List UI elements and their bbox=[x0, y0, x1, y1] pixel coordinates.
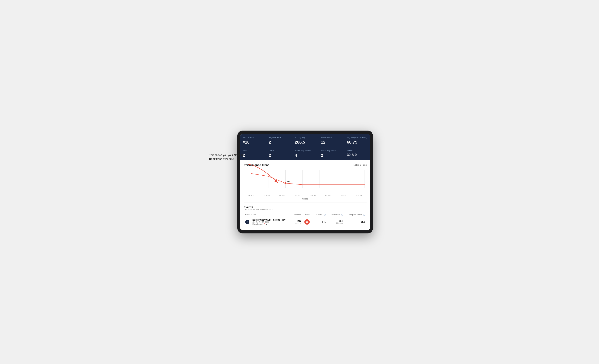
svg-text:#10: #10 bbox=[287, 181, 290, 183]
stat-national-rank: National Rank #10 bbox=[240, 134, 266, 147]
annotation-text: This shows you your National Rank trend … bbox=[209, 153, 247, 161]
x-label-dec23: DEC 23 bbox=[274, 195, 290, 197]
stat-record: Record 32-8-0 bbox=[344, 147, 370, 160]
stat-avg-weighted-points: Avg. Weighted Pointsi 68.75 bbox=[344, 134, 370, 147]
tablet-device: National Rank #10 Regional Rank 2 Scorin… bbox=[237, 131, 373, 233]
event-score-cell: -22 bbox=[302, 217, 312, 227]
content-area: Performance Trend National Rank bbox=[240, 160, 370, 230]
stat-match-play-events: Match Play Events 2 bbox=[318, 147, 344, 160]
x-label-feb24: FEB 24 bbox=[305, 195, 321, 197]
event-position-cell: 6th out of 7 bbox=[291, 217, 302, 227]
score-badge: -22 bbox=[304, 219, 310, 225]
col-event-sg: Event SG i bbox=[312, 213, 327, 217]
event-sg-value: 0.45 bbox=[322, 221, 326, 223]
x-label-jan24: JAN 24 bbox=[290, 195, 305, 197]
event-date: Oct 9 - Oct 10, 2023 bbox=[252, 221, 290, 223]
event-icon-cell: 🏌 bbox=[244, 217, 251, 227]
performance-chart: #10 bbox=[244, 169, 367, 193]
stat-total-rounds: Total Rounds 12 bbox=[318, 134, 344, 147]
stat-stroke-play-events: Stroke Play Events 4 bbox=[292, 147, 318, 160]
x-label-may24: MAY 24 bbox=[351, 195, 367, 197]
col-total-points: Total Points i bbox=[327, 213, 345, 217]
x-label-mar24: MAR 24 bbox=[321, 195, 336, 197]
events-section: Events Last updated: 24th November 2023 … bbox=[244, 203, 367, 227]
event-sg-cell: 0.45 bbox=[312, 217, 327, 227]
table-row: 🏌 Buster Cozy Cup – Stroke Play Oct 9 - … bbox=[244, 217, 367, 227]
performance-label: National Rank bbox=[353, 164, 367, 166]
svg-point-9 bbox=[284, 182, 286, 184]
golf-icon: 🏌 bbox=[245, 220, 249, 224]
x-axis-title: Months bbox=[244, 198, 367, 200]
events-title: Events bbox=[244, 205, 367, 209]
col-event-name: Event Name bbox=[244, 213, 291, 217]
col-score: Score bbox=[302, 213, 312, 217]
info-icon-wpoints: i bbox=[363, 214, 365, 216]
stats-header-row2: Wins 2 Top 3s 2 Stroke Play Events 4 Mat… bbox=[240, 147, 370, 160]
performance-title: Performance Trend bbox=[244, 163, 270, 167]
col-position: Position bbox=[291, 213, 302, 217]
stat-top3s: Top 3s 2 bbox=[266, 147, 292, 160]
rank-impact-value: 3 bbox=[264, 223, 265, 225]
event-total-rounds: 3 Rounds bbox=[329, 222, 343, 224]
event-position-sub: out of 7 bbox=[293, 222, 301, 224]
chart-svg: #10 bbox=[244, 169, 367, 193]
events-last-updated: Last updated: 24th November 2023 bbox=[244, 209, 367, 211]
performance-header: Performance Trend National Rank bbox=[244, 163, 367, 167]
stat-regional-rank: Regional Rank 2 bbox=[266, 134, 292, 147]
info-icon-sg: i bbox=[324, 214, 326, 216]
stat-scoring-avg: Scoring Avg. 286.5 bbox=[292, 134, 318, 147]
x-label-nov23: NOV 23 bbox=[259, 195, 275, 197]
events-table: Event Name Position Score Event SG i Tot… bbox=[244, 213, 367, 227]
events-table-header-row: Event Name Position Score Event SG i Tot… bbox=[244, 213, 367, 217]
event-total-points-cell: 28.3 3 Rounds bbox=[327, 217, 345, 227]
event-weighted-points-value: 28.3 bbox=[361, 221, 365, 223]
event-info-cell: Buster Cozy Cup – Stroke Play Oct 9 - Oc… bbox=[251, 217, 291, 227]
x-label-oct23: OCT 23 bbox=[244, 195, 259, 197]
event-name: Buster Cozy Cup – Stroke Play bbox=[252, 219, 290, 221]
event-total-points-value: 28.3 bbox=[329, 220, 343, 222]
event-rank-impact: Rank Impact: 3 ▼ bbox=[252, 223, 290, 225]
x-label-apr24: APR 24 bbox=[336, 195, 351, 197]
scene: This shows you your National Rank trend … bbox=[209, 131, 390, 233]
col-weighted-points: Weighted Points i bbox=[345, 213, 367, 217]
event-weighted-points-cell: 28.3 bbox=[345, 217, 367, 227]
info-icon-total-points: i bbox=[341, 214, 343, 216]
info-icon-weighted: i bbox=[365, 137, 367, 139]
event-position: 6th bbox=[293, 220, 301, 222]
chart-x-labels: OCT 23 NOV 23 DEC 23 JAN 24 FEB 24 MAR 2… bbox=[244, 194, 367, 197]
tablet-screen: National Rank #10 Regional Rank 2 Scorin… bbox=[240, 134, 370, 230]
stats-header-row1: National Rank #10 Regional Rank 2 Scorin… bbox=[240, 134, 370, 147]
